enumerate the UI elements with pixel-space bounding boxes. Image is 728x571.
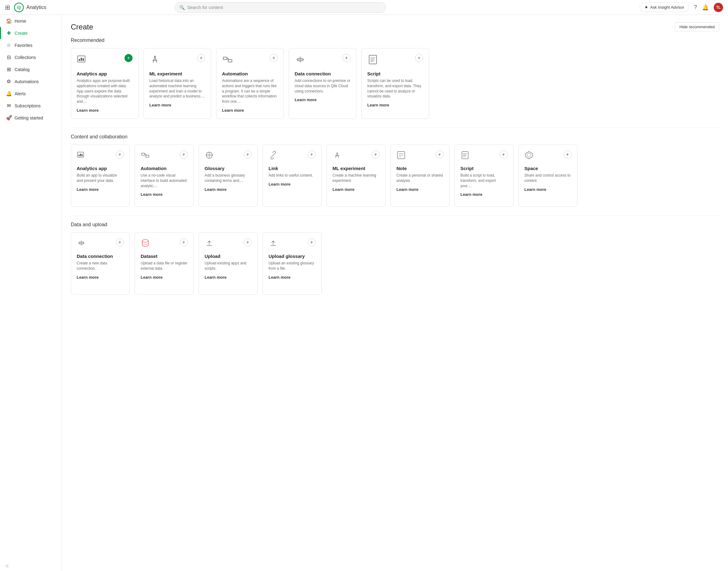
card-upload-du[interactable]: + Upload Upload existing apps and script…: [199, 232, 258, 295]
sidebar-item-automations-label: Automations: [15, 79, 39, 84]
analytics-app-cc-desc: Build an app to visualize and present yo…: [77, 173, 124, 184]
top-navigation: ⊞ Q Analytics 🔍 Search for content ✦ Ask…: [0, 0, 728, 15]
main-content: Create Hide recommended Recommended: [62, 15, 728, 571]
insight-advisor-button[interactable]: ✦ Ask Insight Advisor: [639, 2, 689, 12]
note-cc-icon: [397, 150, 406, 162]
dataset-du-desc: Upload a data file or register external …: [141, 261, 188, 271]
card-space-cc[interactable]: + Space Share and control access to cont…: [518, 145, 578, 207]
analytics-app-cc-name: Analytics app: [77, 166, 124, 171]
collections-icon: ⊟: [6, 54, 11, 60]
sidebar: 🏠 Home ✚ Create ☆ Favorites ⊟ Collection…: [0, 15, 62, 571]
link-cc-learn-more[interactable]: Learn more: [269, 182, 291, 187]
upload-du-icon: [205, 238, 214, 250]
ml-experiment-cc-name: ML experiment: [332, 166, 380, 171]
user-avatar[interactable]: TL: [714, 3, 723, 12]
dataset-du-learn-more[interactable]: Learn more: [141, 275, 163, 279]
card-ml-experiment-recommended[interactable]: + ML experiment Load historical data int…: [143, 48, 211, 119]
card-analytics-app-recommended[interactable]: + Analytics app Analytics apps are purpo…: [71, 48, 138, 119]
card-automation-recommended[interactable]: + Automation Automations are a sequence …: [216, 48, 284, 119]
sidebar-item-subscriptions[interactable]: ✉ Subscriptions: [0, 100, 62, 112]
card-automation-cc[interactable]: + Automation Use a no-code visual interf…: [135, 145, 194, 207]
search-input[interactable]: Search for content: [187, 5, 223, 10]
note-cc-learn-more[interactable]: Learn more: [397, 187, 418, 192]
upload-du-learn-more[interactable]: Learn more: [205, 275, 227, 279]
automation-rec-desc: Automations are a sequence of actions an…: [222, 78, 278, 104]
sidebar-item-automations[interactable]: ⚙ Automations: [0, 76, 62, 88]
search-bar[interactable]: 🔍 Search for content: [175, 2, 386, 13]
script-add-button[interactable]: +: [415, 54, 423, 62]
page-title: Create: [71, 23, 93, 31]
card-script-recommended[interactable]: + Script Scripts can be used to load, tr…: [361, 48, 429, 119]
automation-cc-name: Automation: [141, 166, 188, 171]
data-connection-add-button[interactable]: +: [342, 54, 350, 62]
data-connection-rec-desc: Add connections to on-premise or cloud d…: [295, 78, 350, 94]
space-cc-add-button[interactable]: +: [563, 150, 571, 158]
automation-cc-add-button[interactable]: +: [180, 150, 188, 158]
ml-experiment-cc-add-button[interactable]: +: [372, 150, 380, 158]
note-cc-add-button[interactable]: +: [435, 150, 444, 158]
card-analytics-app-cc[interactable]: + Analytics app Build an app to visualiz…: [71, 145, 130, 207]
ml-experiment-cc-desc: Create a machine learning experiment.: [332, 173, 380, 184]
card-data-connection-du[interactable]: + Data connection Create a new data conn…: [71, 232, 130, 295]
sidebar-item-home[interactable]: 🏠 Home: [0, 15, 62, 27]
script-rec-desc: Scripts can be used to load, transform, …: [367, 78, 423, 99]
analytics-app-rec-learn-more[interactable]: Learn more: [77, 108, 99, 113]
sidebar-item-catalog[interactable]: ⊞ Catalog: [0, 63, 62, 76]
card-icon-row: +: [460, 150, 508, 162]
automation-icon: [222, 54, 233, 67]
help-icon[interactable]: ?: [694, 4, 697, 11]
grid-icon[interactable]: ⊞: [5, 4, 10, 11]
hide-recommended-button[interactable]: Hide recommended: [675, 22, 719, 31]
data-connection-du-learn-more[interactable]: Learn more: [77, 275, 99, 279]
upload-du-add-button[interactable]: +: [244, 238, 252, 246]
space-cc-learn-more[interactable]: Learn more: [524, 187, 546, 192]
analytics-app-add-button[interactable]: +: [124, 54, 132, 62]
ml-experiment-add-button[interactable]: +: [197, 54, 205, 62]
glossary-cc-learn-more[interactable]: Learn more: [205, 187, 227, 192]
sidebar-item-getting-started[interactable]: 🚀 Getting started: [0, 112, 62, 124]
card-ml-experiment-cc[interactable]: + ML experiment Create a machine learnin…: [327, 145, 386, 207]
ml-experiment-rec-learn-more[interactable]: Learn more: [149, 103, 171, 107]
automation-cc-learn-more[interactable]: Learn more: [141, 192, 163, 197]
upload-glossary-du-desc: Upload an existing glossary from a file.: [269, 261, 316, 271]
svg-rect-4: [81, 58, 82, 61]
card-upload-glossary-du[interactable]: + Upload glossary Upload an existing glo…: [263, 232, 322, 295]
svg-marker-35: [527, 153, 531, 157]
data-connection-du-desc: Create a new data connection.: [77, 261, 124, 271]
automation-add-button[interactable]: +: [270, 54, 278, 62]
card-dataset-du[interactable]: + Dataset Upload a data file or register…: [135, 232, 194, 295]
card-note-cc[interactable]: + Note Create a personal or shared analy…: [391, 145, 449, 207]
upload-glossary-du-add-button[interactable]: +: [308, 238, 316, 246]
collapse-button[interactable]: ◁: [5, 563, 57, 568]
upload-glossary-du-learn-more[interactable]: Learn more: [269, 275, 291, 279]
card-data-connection-recommended[interactable]: + Data connection Add connections to on-…: [289, 48, 356, 119]
svg-line-24: [272, 154, 275, 156]
ml-experiment-cc-learn-more[interactable]: Learn more: [332, 187, 354, 192]
card-link-cc[interactable]: + Link Add links to useful content. Lear…: [263, 145, 322, 207]
section-divider-2: [71, 215, 719, 216]
glossary-cc-desc: Add a business glossary containing terms…: [205, 173, 252, 184]
data-upload-section: Data and upload + Data: [71, 222, 719, 295]
script-cc-learn-more[interactable]: Learn more: [460, 192, 483, 197]
dataset-du-add-button[interactable]: +: [180, 238, 188, 246]
sidebar-item-create[interactable]: ✚ Create: [0, 27, 62, 39]
sidebar-item-collections[interactable]: ⊟ Collections: [0, 51, 62, 63]
analytics-app-cc-learn-more[interactable]: Learn more: [77, 187, 99, 192]
notification-icon[interactable]: 🔔: [702, 4, 709, 11]
script-cc-add-button[interactable]: +: [500, 150, 508, 158]
link-cc-add-button[interactable]: +: [308, 150, 316, 158]
script-rec-learn-more[interactable]: Learn more: [367, 103, 389, 107]
recommended-section-title: Recommended: [71, 37, 719, 43]
sidebar-item-alerts[interactable]: 🔔 Alerts: [0, 88, 62, 100]
data-connection-rec-learn-more[interactable]: Learn more: [295, 97, 317, 102]
analytics-app-cc-add-button[interactable]: +: [116, 150, 124, 158]
glossary-cc-add-button[interactable]: +: [244, 150, 252, 158]
card-icon-row: +: [269, 238, 316, 250]
card-icon-row: +: [367, 54, 423, 67]
automation-rec-learn-more[interactable]: Learn more: [222, 108, 244, 113]
home-icon: 🏠: [6, 18, 11, 24]
data-connection-du-add-button[interactable]: +: [116, 238, 124, 246]
sidebar-item-favorites[interactable]: ☆ Favorites: [0, 39, 62, 51]
card-script-cc[interactable]: + Script Build a script to load, transfo…: [454, 145, 514, 207]
card-glossary-cc[interactable]: + Glossary Add a business glossary conta…: [199, 145, 258, 207]
